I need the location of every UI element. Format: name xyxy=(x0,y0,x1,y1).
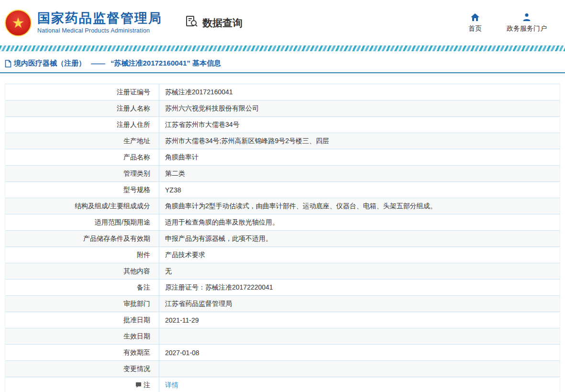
row-label: 生产地址 xyxy=(5,133,159,149)
row-label: 注册证编号 xyxy=(5,84,159,100)
row-value: 2027-01-08 xyxy=(159,345,560,360)
row-value: 江苏省药品监督管理局 xyxy=(159,296,560,312)
row-value: 第二类 xyxy=(159,166,560,181)
table-row: 注册证编号 苏械注准20172160041 xyxy=(5,84,560,101)
row-value: 江苏省苏州市大儒巷34号 xyxy=(159,117,560,133)
breadcrumb-separator: —— xyxy=(91,59,105,67)
row-value: 无 xyxy=(159,263,560,279)
home-icon xyxy=(470,12,480,22)
table-row: 其他内容 无 xyxy=(5,263,560,280)
row-value: 2021-11-29 xyxy=(159,312,560,328)
row-label: 结构及组成/主要组成成分 xyxy=(5,198,159,214)
row-value: 适用于检查角膜的曲率及散光轴位用。 xyxy=(159,214,560,230)
nmpa-emblem-logo: ★ xyxy=(5,10,32,36)
data-query-heading: 数据查询 xyxy=(185,15,243,31)
table-row: 型号规格 YZ38 xyxy=(5,182,560,198)
row-value: YZ38 xyxy=(159,182,560,198)
table-row: 注册人名称 苏州六六视觉科技股份有限公司 xyxy=(5,101,560,117)
row-label: 变更情况 xyxy=(5,361,159,377)
brand-text: 国家药品监督管理局 National Medical Products Admi… xyxy=(37,11,162,34)
row-value: 产品技术要求 xyxy=(159,247,560,263)
data-query-label: 数据查询 xyxy=(202,16,243,30)
nav-home-label: 首页 xyxy=(468,24,482,33)
breadcrumb-title: “苏械注准20172160041” 基本信息 xyxy=(111,59,221,68)
table-row: 管理类别 第二类 xyxy=(5,166,560,182)
table-row: 注 详情 xyxy=(5,377,560,392)
table-row: 审批部门 江苏省药品监督管理局 xyxy=(5,296,560,312)
row-label: 管理类别 xyxy=(5,166,159,181)
row-label: 注 xyxy=(5,377,159,392)
table-row: 注册人住所 江苏省苏州市大儒巷34号 xyxy=(5,117,560,133)
row-label: 注册人住所 xyxy=(5,117,159,133)
table-row: 结构及组成/主要组成成分 角膜曲率计为2型手动估读式，由曲率计部件、运动底座、仪… xyxy=(5,198,560,214)
table-row: 产品储存条件及有效期 申报产品为有源器械，此项不适用。 xyxy=(5,231,560,247)
row-value: 苏州六六视觉科技股份有限公司 xyxy=(159,101,560,116)
table-row: 生效日期 xyxy=(5,328,560,345)
table-row: 有效期至 2027-01-08 xyxy=(5,345,560,361)
row-value: 苏械注准20172160041 xyxy=(159,84,560,100)
row-label: 有效期至 xyxy=(5,345,159,360)
top-nav: 首页 政务服务门户 xyxy=(468,12,560,33)
row-label: 型号规格 xyxy=(5,182,159,198)
row-label: 注册人名称 xyxy=(5,101,159,116)
data-query-icon xyxy=(185,15,199,31)
nav-home[interactable]: 首页 xyxy=(468,12,482,33)
row-label: 产品名称 xyxy=(5,149,159,165)
row-label: 产品储存条件及有效期 xyxy=(5,231,159,246)
row-label-text: 注 xyxy=(144,381,150,390)
row-label: 其他内容 xyxy=(5,263,159,279)
table-row: 批准日期 2021-11-29 xyxy=(5,312,560,328)
row-value xyxy=(159,361,560,377)
note-icon xyxy=(135,382,142,388)
table-row: 附件 产品技术要求 xyxy=(5,247,560,263)
row-value: 角膜曲率计 xyxy=(159,149,560,165)
row-value: 苏州市大儒巷34号;苏州高新区锦峰路9号2号楼三、四层 xyxy=(159,133,560,149)
table-row: 产品名称 角膜曲率计 xyxy=(5,149,560,166)
info-table: 注册证编号 苏械注准20172160041 注册人名称 苏州六六视觉科技股份有限… xyxy=(5,84,560,392)
document-icon xyxy=(5,60,11,67)
row-value xyxy=(159,328,560,344)
brand: ★ 国家药品监督管理局 National Medical Products Ad… xyxy=(5,10,162,36)
table-row: 变更情况 xyxy=(5,361,560,377)
decorative-stripe xyxy=(0,45,565,51)
row-label: 备注 xyxy=(5,280,159,295)
org-name-en: National Medical Products Administration xyxy=(37,27,162,34)
site-header: ★ 国家药品监督管理局 National Medical Products Ad… xyxy=(0,0,565,45)
row-label: 适用范围/预期用途 xyxy=(5,214,159,230)
row-value: 角膜曲率计为2型手动估读式，由曲率计部件、运动底座、仪器台、电箱、头架五部分组成… xyxy=(159,198,560,214)
row-value: 申报产品为有源器械，此项不适用。 xyxy=(159,231,560,246)
row-label: 批准日期 xyxy=(5,312,159,328)
nav-portal-label: 政务服务门户 xyxy=(507,24,547,33)
row-label: 审批部门 xyxy=(5,296,159,312)
org-name-cn: 国家药品监督管理局 xyxy=(37,11,162,26)
row-value: 详情 xyxy=(159,377,560,392)
row-label: 附件 xyxy=(5,247,159,263)
table-row: 适用范围/预期用途 适用于检查角膜的曲率及散光轴位用。 xyxy=(5,214,560,231)
nav-portal[interactable]: 政务服务门户 xyxy=(507,12,547,33)
table-row: 备注 原注册证号：苏械注准20172220041 xyxy=(5,280,560,296)
table-row: 生产地址 苏州市大儒巷34号;苏州高新区锦峰路9号2号楼三、四层 xyxy=(5,133,560,149)
row-label: 生效日期 xyxy=(5,328,159,344)
breadcrumb: 境内医疗器械（注册） —— “苏械注准20172160041” 基本信息 xyxy=(0,51,565,73)
row-value: 原注册证号：苏械注准20172220041 xyxy=(159,280,560,295)
breadcrumb-category[interactable]: 境内医疗器械（注册） xyxy=(14,59,86,68)
person-icon xyxy=(522,12,532,22)
details-link[interactable]: 详情 xyxy=(165,381,178,390)
